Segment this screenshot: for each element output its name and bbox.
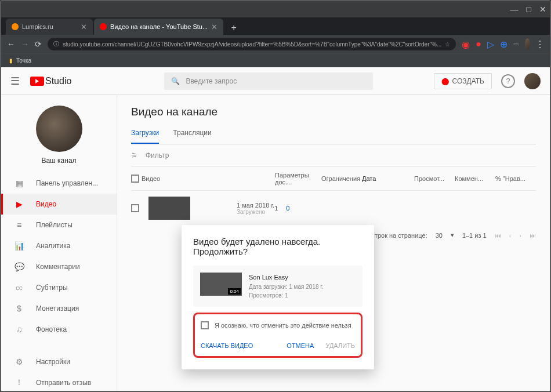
youtube-studio-app: ☰ Studio 🔍 Введите запрос ⬤ СОЗДАТЬ ?: [1, 67, 550, 392]
ext-icon[interactable]: ▷: [487, 40, 494, 48]
back-icon[interactable]: ←: [7, 39, 15, 49]
folder-icon: ▮: [9, 57, 13, 64]
dialog-upload-date: Дата загрузки: 1 мая 2018 г.: [249, 282, 323, 291]
dialog-thumbnail: 0:04: [200, 273, 242, 296]
ext-icon[interactable]: ⊕: [500, 40, 507, 48]
profile-avatar[interactable]: [525, 38, 530, 50]
duration-badge: 0:04: [228, 288, 241, 295]
dialog-video-card: 0:04 Son Lux Easy Дата загрузки: 1 мая 2…: [193, 266, 362, 307]
dialog-title: Видео будет удалено навсегда. Продолжить…: [193, 237, 362, 256]
tab-close-icon[interactable]: ✕: [81, 23, 87, 31]
forward-icon[interactable]: →: [21, 39, 29, 49]
cancel-button[interactable]: ОТМЕНА: [287, 342, 314, 349]
browser-tab[interactable]: Lumpics.ru ✕: [6, 19, 93, 35]
bookmark-item[interactable]: Точка: [16, 57, 31, 64]
ext-icon[interactable]: ◉: [462, 40, 470, 48]
reload-icon[interactable]: ⟳: [35, 39, 42, 49]
tab-title: Видео на канале - YouTube Stu...: [110, 23, 208, 30]
confirm-label: Я осознаю, что отменить это действие нел…: [215, 322, 351, 329]
confirm-checkbox[interactable]: [201, 321, 209, 329]
favicon-icon: [12, 23, 19, 30]
favicon-icon: [100, 23, 107, 30]
window-maximize[interactable]: □: [527, 5, 531, 14]
window-titlebar: — □ ✕: [1, 1, 550, 17]
url-text: studio.youtube.com/channel/UCgUZGTB0vohc…: [63, 41, 441, 48]
lock-icon: ⓘ: [53, 40, 59, 48]
dialog-views: Просмотров: 1: [249, 291, 323, 300]
ext-icon[interactable]: ●: [476, 40, 481, 48]
url-field[interactable]: ⓘ studio.youtube.com/channel/UCgUZGTB0vo…: [48, 38, 456, 50]
modal-overlay: Видео будет удалено навсегда. Продолжить…: [1, 67, 550, 392]
star-icon[interactable]: ☆: [445, 41, 450, 48]
window-minimize[interactable]: —: [510, 5, 519, 14]
download-button[interactable]: СКАЧАТЬ ВИДЕО: [201, 342, 253, 349]
window-close[interactable]: ✕: [539, 5, 546, 14]
tab-title: Lumpics.ru: [22, 23, 53, 30]
dialog-confirm-box: Я осознаю, что отменить это действие нел…: [193, 313, 362, 358]
browser-tab[interactable]: Видео на канале - YouTube Stu... ✕: [94, 19, 223, 35]
delete-button[interactable]: УДАЛИТЬ: [325, 342, 355, 349]
browser-tabs: Lumpics.ru ✕ Видео на канале - YouTube S…: [1, 17, 550, 35]
ext-icon[interactable]: ⎓: [513, 40, 519, 48]
delete-dialog: Видео будет удалено навсегда. Продолжить…: [182, 225, 374, 369]
new-tab-button[interactable]: +: [227, 21, 241, 35]
tab-close-icon[interactable]: ✕: [211, 23, 217, 31]
bookmarks-bar: ▮ Точка: [1, 53, 550, 67]
menu-icon[interactable]: ⋮: [536, 40, 544, 48]
address-bar: ← → ⟳ ⓘ studio.youtube.com/channel/UCgUZ…: [1, 35, 550, 53]
dialog-video-title: Son Lux Easy: [249, 273, 323, 282]
